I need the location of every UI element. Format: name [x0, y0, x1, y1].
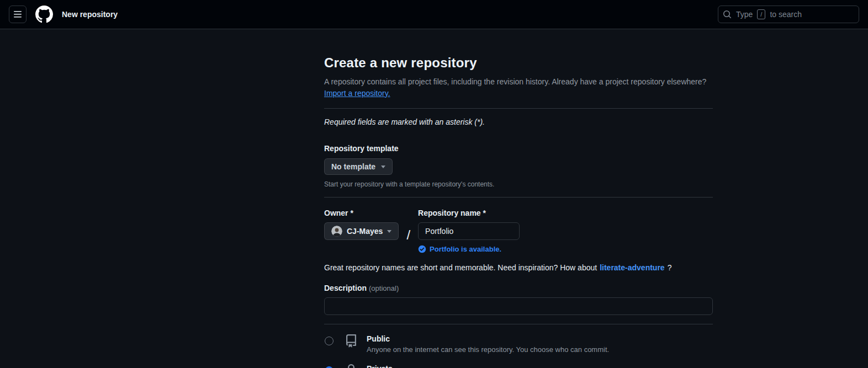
- description-section: Description(optional): [324, 283, 713, 315]
- global-search-input[interactable]: Type / to search: [718, 6, 859, 23]
- owner-field: Owner * CJ-Mayes: [324, 209, 399, 240]
- search-icon: [723, 10, 732, 19]
- search-placeholder-post: to search: [770, 10, 802, 19]
- owner-repo-separator: /: [399, 209, 418, 242]
- owner-select-button[interactable]: CJ-Mayes: [324, 222, 399, 240]
- template-caption: Start your repository with a template re…: [324, 180, 713, 188]
- page-context-title: New repository: [62, 10, 118, 19]
- repo-book-icon: [345, 334, 358, 348]
- page-title: Create a new repository: [324, 55, 713, 71]
- github-logo-icon[interactable]: [35, 6, 53, 23]
- required-asterisk: *: [350, 209, 353, 217]
- search-placeholder-pre: Type: [736, 10, 753, 19]
- github-new-repository-page: New repository Type / to search Create a…: [0, 0, 868, 368]
- repository-name-input[interactable]: [418, 222, 520, 240]
- private-option-label: Private: [367, 363, 542, 368]
- slash-keycap: /: [757, 9, 765, 19]
- page-intro: A repository contains all project files,…: [324, 76, 713, 99]
- owner-select-value: CJ-Mayes: [347, 227, 383, 236]
- public-option-description: Anyone on the internet can see this repo…: [367, 345, 609, 355]
- visibility-option-private: Private You choose who can see and commi…: [324, 363, 713, 368]
- public-option-label: Public: [367, 333, 609, 344]
- name-availability-message: Portfolio is available.: [418, 245, 520, 253]
- create-repository-form: Create a new repository A repository con…: [324, 29, 713, 368]
- repository-name-label: Repository name *: [418, 209, 520, 217]
- hamburger-menu-button[interactable]: [9, 6, 27, 23]
- optional-hint: (optional): [369, 284, 399, 292]
- owner-label: Owner *: [324, 209, 399, 217]
- owner-avatar: [331, 226, 342, 237]
- intro-text: A repository contains all project files,…: [324, 77, 706, 86]
- divider: [324, 197, 713, 198]
- required-fields-note: Required fields are marked with an aster…: [324, 118, 713, 126]
- repository-template-section: Repository template No template Start yo…: [324, 143, 713, 188]
- owner-and-name-row: Owner * CJ-Mayes: [324, 209, 713, 253]
- visibility-option-texts: Public Anyone on the internet can see th…: [367, 333, 609, 355]
- visibility-option-public: Public Anyone on the internet can see th…: [324, 333, 713, 355]
- lock-icon: [345, 364, 358, 368]
- app-header: New repository Type / to search: [0, 0, 868, 29]
- description-label: Description(optional): [324, 284, 399, 292]
- divider: [324, 324, 713, 324]
- template-select-value: No template: [331, 162, 375, 171]
- import-repository-link[interactable]: Import a repository.: [324, 89, 390, 98]
- template-select-button[interactable]: No template: [324, 158, 393, 175]
- chevron-down-icon: [387, 230, 391, 233]
- hamburger-menu-icon: [13, 10, 22, 19]
- public-radio[interactable]: [325, 337, 334, 345]
- chevron-down-icon: [381, 166, 385, 168]
- repository-template-label: Repository template: [324, 144, 399, 153]
- name-suggestion: Great repository names are short and mem…: [324, 263, 713, 272]
- visibility-option-texts: Private You choose who can see and commi…: [367, 363, 542, 368]
- check-circle-icon: [418, 245, 426, 253]
- required-asterisk: *: [483, 209, 486, 217]
- divider: [324, 108, 713, 109]
- description-input[interactable]: [324, 297, 713, 315]
- suggested-name-link[interactable]: literate-adventure: [600, 263, 664, 272]
- repository-name-field: Repository name * Portfolio is available…: [418, 209, 520, 253]
